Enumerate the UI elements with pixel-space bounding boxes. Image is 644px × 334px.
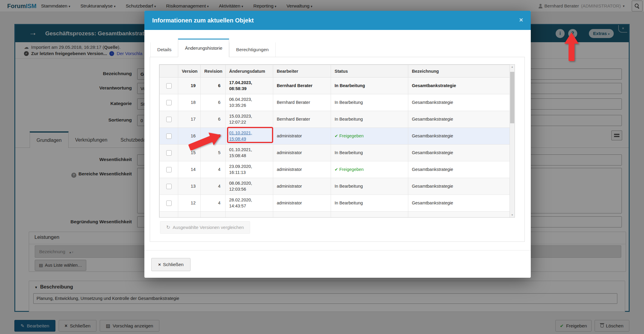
close-icon: × bbox=[158, 262, 161, 267]
col-header-status: Status bbox=[331, 65, 408, 78]
history-tab-pane: VersionRevisionÄnderungsdatumBearbeiterS… bbox=[150, 57, 525, 242]
cell-date: 01.10.2021,15:08:48 bbox=[226, 145, 273, 161]
cell-bezeichnung: Gesamtbankstrategie bbox=[408, 78, 510, 94]
cell-status: In Bearbeitung bbox=[331, 111, 408, 128]
col-header-bezeichnung: Bezeichnung bbox=[408, 65, 510, 78]
cell-checkbox bbox=[160, 161, 178, 178]
cell-editor: Bernhard Berater bbox=[273, 78, 331, 94]
cell-revision bbox=[201, 212, 226, 218]
modal-tabs: Details Änderungshistorie Berechtigungen bbox=[150, 38, 276, 57]
cell-version: 12 bbox=[178, 195, 201, 212]
cell-bezeichnung bbox=[408, 212, 510, 218]
modal-footer-divider bbox=[144, 250, 531, 250]
cell-status bbox=[331, 212, 408, 218]
cell-status: ✔Freigegeben bbox=[331, 161, 408, 178]
row-checkbox[interactable] bbox=[166, 201, 172, 206]
cell-checkbox bbox=[160, 212, 178, 218]
cell-revision: 4 bbox=[201, 195, 226, 212]
check-icon: ✔ bbox=[335, 133, 338, 138]
cell-revision: 6 bbox=[201, 111, 226, 128]
tab-aenderungshistorie[interactable]: Änderungshistorie bbox=[178, 39, 229, 57]
row-checkbox[interactable] bbox=[166, 133, 172, 139]
col-header-checkbox bbox=[160, 65, 178, 78]
scrollbar-thumb[interactable] bbox=[510, 72, 514, 123]
cell-checkbox bbox=[160, 195, 178, 212]
table-scrollbar[interactable] bbox=[510, 65, 515, 217]
cell-bezeichnung: Gesamtbankstrategie bbox=[408, 94, 510, 111]
history-row: 14.02.2020 bbox=[160, 212, 510, 218]
cell-status: ✔Freigegeben bbox=[331, 128, 408, 145]
history-row: 14423.09.2020,16:11:13administrator✔Frei… bbox=[160, 161, 510, 178]
cell-editor: Bernhard Berater bbox=[273, 94, 331, 111]
cell-editor: administrator bbox=[273, 161, 331, 178]
cell-revision: 6 bbox=[201, 94, 226, 111]
cell-checkbox bbox=[160, 78, 178, 94]
cell-date: 28.02.2020,14:43:57 bbox=[226, 195, 273, 212]
cell-bezeichnung: Gesamtbankstrategie bbox=[408, 128, 510, 145]
tab-berechtigungen[interactable]: Berechtigungen bbox=[229, 42, 276, 57]
cell-editor: administrator bbox=[273, 195, 331, 212]
cell-checkbox bbox=[160, 111, 178, 128]
cell-revision: 4 bbox=[201, 178, 226, 195]
row-checkbox[interactable] bbox=[166, 167, 172, 172]
cell-revision: 6 bbox=[201, 78, 226, 94]
history-row: 15501.10.2021,15:08:48administratorIn Be… bbox=[160, 145, 510, 161]
history-table-head-row: VersionRevisionÄnderungsdatumBearbeiterS… bbox=[160, 65, 510, 78]
row-checkbox[interactable] bbox=[166, 184, 172, 189]
cell-status: In Bearbeitung bbox=[331, 145, 408, 161]
history-row: 18606.04.2023,10:35:26Bernhard BeraterIn… bbox=[160, 94, 510, 111]
cell-bezeichnung: Gesamtbankstrategie bbox=[408, 111, 510, 128]
col-header-version: Version bbox=[178, 65, 201, 78]
cell-version: 14 bbox=[178, 161, 201, 178]
cell-bezeichnung: Gesamtbankstrategie bbox=[408, 145, 510, 161]
col-header-revision: Revision bbox=[201, 65, 226, 78]
cell-date: 06.04.2023,10:35:26 bbox=[226, 94, 273, 111]
modal-schliessen-button[interactable]: ×Schließen bbox=[151, 258, 191, 271]
row-checkbox[interactable] bbox=[166, 117, 172, 122]
annotation-arrow-to-info-button bbox=[564, 32, 579, 61]
cell-status: In Bearbeitung bbox=[331, 94, 408, 111]
annotation-highlight-box bbox=[227, 127, 273, 143]
cell-checkbox bbox=[160, 94, 178, 111]
col-header-aenderungsdatum: Änderungsdatum bbox=[226, 65, 273, 78]
cell-version: 17 bbox=[178, 111, 201, 128]
cell-editor: administrator bbox=[273, 178, 331, 195]
cell-editor: administrator bbox=[273, 145, 331, 161]
row-checkbox[interactable] bbox=[166, 100, 172, 105]
cell-checkbox bbox=[160, 178, 178, 195]
cell-date: 08.06.2020,12:03:56 bbox=[226, 178, 273, 195]
cell-revision: 4 bbox=[201, 161, 226, 178]
check-icon: ✔ bbox=[335, 167, 338, 172]
cell-status: In Bearbeitung bbox=[331, 78, 408, 94]
cell-date: 17.04.2023,08:58:39 bbox=[226, 78, 273, 94]
cell-date: 14.02.2020 bbox=[226, 212, 273, 218]
cell-checkbox bbox=[160, 145, 178, 161]
row-checkbox[interactable] bbox=[166, 83, 172, 89]
cell-status: In Bearbeitung bbox=[331, 178, 408, 195]
cell-date: 15.03.2023,12:07:22 bbox=[226, 111, 273, 128]
cell-bezeichnung: Gesamtbankstrategie bbox=[408, 161, 510, 178]
cell-editor: Bernhard Berater bbox=[273, 111, 331, 128]
cell-date: 23.09.2020,16:11:13 bbox=[226, 161, 273, 178]
history-row: 19617.04.2023,08:58:39Bernhard BeraterIn… bbox=[160, 78, 510, 94]
history-table-body: 19617.04.2023,08:58:39Bernhard BeraterIn… bbox=[160, 78, 510, 218]
cell-bezeichnung: Gesamtbankstrategie bbox=[408, 178, 510, 195]
compare-versions-button[interactable]: ↻Ausgewählte Versionen vergleichen bbox=[160, 221, 250, 234]
modal-close-icon[interactable]: × bbox=[519, 11, 523, 29]
row-checkbox[interactable] bbox=[166, 150, 172, 156]
history-row: 17615.03.2023,12:07:22Bernhard BeraterIn… bbox=[160, 111, 510, 128]
cell-version: 19 bbox=[178, 78, 201, 94]
cell-status: In Bearbeitung bbox=[331, 195, 408, 212]
cell-version: 18 bbox=[178, 94, 201, 111]
cell-checkbox bbox=[160, 128, 178, 145]
modal-title: Informationen zum aktuellen Objekt bbox=[152, 11, 254, 30]
cell-version bbox=[178, 212, 201, 218]
cell-editor: administrator bbox=[273, 128, 331, 145]
modal-header: Informationen zum aktuellen Objekt × bbox=[144, 11, 531, 30]
cell-editor bbox=[273, 212, 331, 218]
cell-bezeichnung: Gesamtbankstrategie bbox=[408, 195, 510, 212]
col-header-bearbeiter: Bearbeiter bbox=[273, 65, 331, 78]
tab-details[interactable]: Details bbox=[150, 42, 178, 57]
cell-version: 13 bbox=[178, 178, 201, 195]
history-row: 12428.02.2020,14:43:57administratorIn Be… bbox=[160, 195, 510, 212]
